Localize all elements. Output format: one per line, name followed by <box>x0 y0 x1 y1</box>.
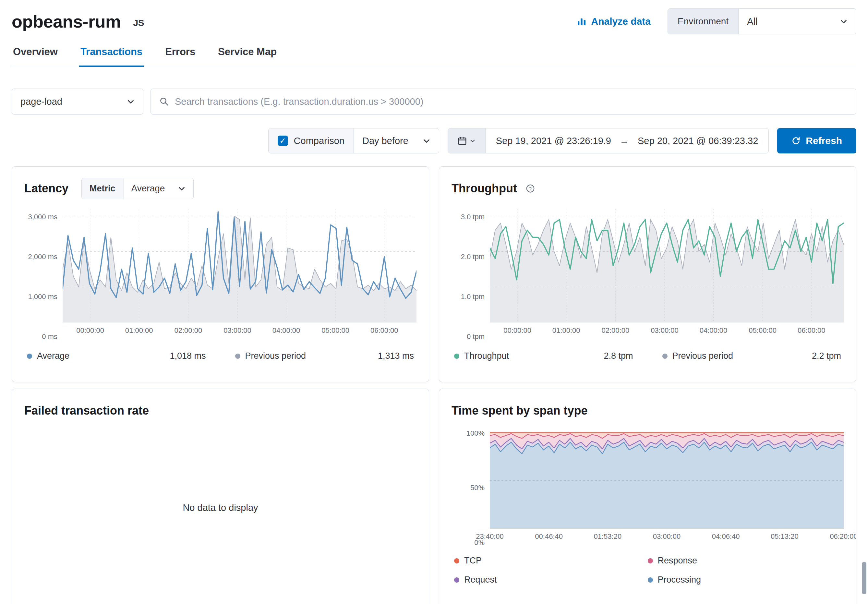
throughput-panel-header: Throughput ? <box>451 178 844 199</box>
search-box <box>150 88 856 115</box>
legend-item-previous-period[interactable]: Previous period <box>235 351 306 361</box>
chevron-down-icon <box>470 138 476 144</box>
service-name-title: opbeans-rum <box>12 11 121 31</box>
x-axis-tick-label: 03:00:00 <box>223 326 251 335</box>
span-type-y-axis: 0%50%100% <box>451 428 490 543</box>
comparison-period-select[interactable]: Day before <box>353 129 439 153</box>
analyze-data-link[interactable]: Analyze data <box>577 16 651 27</box>
legend-item-throughput[interactable]: Throughput <box>454 351 509 361</box>
metric-select-value: Average <box>131 183 165 194</box>
legend-item-average[interactable]: Average <box>27 351 70 361</box>
tab-errors[interactable]: Errors <box>164 40 197 67</box>
span-type-title: Time spent by span type <box>451 404 587 418</box>
help-icon[interactable]: ? <box>525 184 535 193</box>
comparison-control: ✓ Comparison Day before <box>268 128 439 153</box>
date-picker: Sep 19, 2021 @ 23:26:19.9 → Sep 20, 2021… <box>448 128 769 153</box>
span-type-x-axis: 23:40:0000:46:4001:53:2003:00:0004:06:40… <box>490 528 844 543</box>
legend-dot <box>454 578 459 582</box>
legend-item-processing[interactable]: Processing <box>648 575 842 585</box>
date-range-end[interactable]: Sep 20, 2021 @ 06:39:23.32 <box>638 136 758 146</box>
legend-dot <box>648 558 653 564</box>
y-axis-tick-label: 3.0 tpm <box>461 213 485 221</box>
x-axis-tick-label: 03:00:00 <box>653 532 681 541</box>
checkbox-checked-icon: ✓ <box>277 136 288 146</box>
bar-chart-icon <box>577 16 587 26</box>
date-range-start[interactable]: Sep 19, 2021 @ 23:26:19.9 <box>496 136 611 146</box>
latency-panel-header: Latency Metric Average <box>24 178 417 199</box>
failed-rate-title: Failed transaction rate <box>24 404 149 418</box>
legend-label: Request <box>464 575 497 585</box>
time-controls-row: ✓ Comparison Day before Sep 19, 2021 @ 2… <box>12 128 856 153</box>
x-axis-tick-label: 02:00:00 <box>174 326 202 335</box>
legend-item-tcp[interactable]: TCP <box>454 556 648 566</box>
latency-title: Latency <box>24 182 68 195</box>
comparison-checkbox[interactable]: ✓ Comparison <box>268 129 353 153</box>
x-axis-tick-label: 06:00:00 <box>798 326 826 335</box>
latency-y-axis: 0 ms1,000 ms2,000 ms3,000 ms <box>24 209 63 337</box>
legend-entry: Throughput 2.8 tpm <box>454 351 633 361</box>
throughput-chart-svg <box>490 209 844 322</box>
y-axis-tick-label: 100% <box>467 429 485 438</box>
search-input[interactable] <box>175 96 848 107</box>
x-axis-tick-label: 00:00:00 <box>504 326 531 335</box>
tab-service-map[interactable]: Service Map <box>217 40 278 67</box>
legend-dot <box>27 353 32 359</box>
legend-label: Average <box>37 351 70 361</box>
transaction-type-select[interactable]: page-load <box>12 88 143 115</box>
no-data-message: No data to display <box>24 502 417 513</box>
span-type-chart-svg <box>490 428 844 528</box>
filter-row: page-load <box>12 88 856 115</box>
legend-value: 1,313 ms <box>378 351 414 361</box>
refresh-icon <box>792 136 801 145</box>
failed-rate-panel-header: Failed transaction rate <box>24 400 417 421</box>
x-axis-tick-label: 06:20:00 <box>830 532 856 541</box>
header-actions: Analyze data Environment All <box>577 8 856 34</box>
tab-transactions[interactable]: Transactions <box>79 40 144 67</box>
legend-label: Previous period <box>245 351 306 361</box>
x-axis-tick-label: 00:46:40 <box>535 532 563 541</box>
legend-entry: Average 1,018 ms <box>27 351 206 361</box>
page-header: opbeans-rum JS Analyze data Environment … <box>12 0 856 34</box>
environment-label: Environment <box>668 9 739 34</box>
throughput-legend: Throughput 2.8 tpm Previous period 2.2 t… <box>451 351 844 361</box>
span-type-legend: TCP Response Request Processing <box>451 556 844 585</box>
legend-dot <box>662 353 668 359</box>
throughput-title: Throughput <box>451 182 517 195</box>
span-type-plot[interactable] <box>490 428 844 528</box>
throughput-plot[interactable] <box>490 209 844 322</box>
x-axis-tick-label: 02:00:00 <box>601 326 629 335</box>
latency-metric-control: Metric Average <box>81 178 194 199</box>
legend-item-response[interactable]: Response <box>648 556 842 566</box>
analyze-data-label: Analyze data <box>591 16 651 27</box>
latency-plot[interactable] <box>63 209 417 322</box>
x-axis-tick-label: 04:00:00 <box>700 326 727 335</box>
charts-grid: Latency Metric Average 0 ms1,000 ms2,000… <box>12 166 856 604</box>
tab-overview[interactable]: Overview <box>12 40 59 67</box>
y-axis-tick-label: 0 tpm <box>467 333 485 341</box>
date-range[interactable]: Sep 19, 2021 @ 23:26:19.9 → Sep 20, 2021… <box>485 129 769 153</box>
calendar-button[interactable] <box>448 129 485 153</box>
x-axis-tick-label: 05:00:00 <box>749 326 777 335</box>
refresh-label: Refresh <box>806 135 842 146</box>
legend-dot <box>235 353 240 359</box>
latency-plot-column: 00:00:0001:00:0002:00:0003:00:0004:00:00… <box>63 209 417 337</box>
x-axis-tick-label: 03:00:00 <box>651 326 679 335</box>
legend-entry: Previous period 2.2 tpm <box>662 351 842 361</box>
x-axis-tick-label: 05:13:20 <box>771 532 798 541</box>
legend-item-previous-period[interactable]: Previous period <box>662 351 733 361</box>
search-icon <box>159 97 169 106</box>
throughput-chart: 0 tpm1.0 tpm2.0 tpm3.0 tpm 00:00:0001:00… <box>451 209 844 337</box>
legend-item-request[interactable]: Request <box>454 575 648 585</box>
throughput-y-axis: 0 tpm1.0 tpm2.0 tpm3.0 tpm <box>451 209 490 337</box>
scrollbar-thumb[interactable] <box>862 562 866 594</box>
comparison-label: Comparison <box>294 136 344 146</box>
latency-x-axis: 00:00:0001:00:0002:00:0003:00:0004:00:00… <box>63 322 417 337</box>
latency-chart: 0 ms1,000 ms2,000 ms3,000 ms 00:00:0001:… <box>24 209 417 337</box>
calendar-icon <box>457 136 467 146</box>
metric-select[interactable]: Average <box>124 178 194 199</box>
apm-service-page: opbeans-rum JS Analyze data Environment … <box>0 0 868 604</box>
x-axis-tick-label: 04:00:00 <box>273 326 301 335</box>
refresh-button[interactable]: Refresh <box>777 128 856 153</box>
environment-select[interactable]: All <box>739 9 856 34</box>
span-type-plot-column: 23:40:0000:46:4001:53:2003:00:0004:06:40… <box>490 428 844 543</box>
